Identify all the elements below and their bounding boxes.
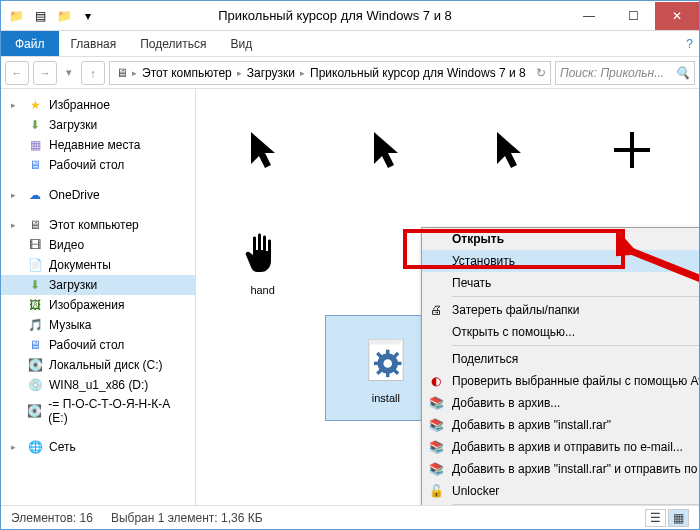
menu-item-label: Добавить в архив "install.rar" и отправи… [452,462,699,476]
menu-item-icon [428,395,444,411]
menu-item-icon [428,302,444,318]
breadcrumb[interactable]: ▸ Этот компьютер ▸ Загрузки ▸ Прикольный… [109,61,551,85]
context-menu-item[interactable]: Установить [422,250,699,272]
file-name: install [372,392,400,404]
context-menu-item[interactable]: Проверить выбранные файлы с помощью Avir… [422,370,699,392]
menu-item-label: Открыть с помощью... [452,325,575,339]
recent-dropdown-icon[interactable]: ▾ [61,61,77,85]
sidebar-item-video[interactable]: Видео [1,235,195,255]
context-menu-item[interactable]: Открыть [422,228,699,250]
pictures-icon [27,297,43,313]
breadcrumb-part[interactable]: Прикольный курсор для Windows 7 и 8 [307,66,529,80]
file-name: hand [250,284,274,296]
file-item[interactable] [572,99,693,205]
view-details-icon[interactable]: ☰ [645,509,666,527]
context-menu-item[interactable]: Добавить в архив "install.rar" [422,414,699,436]
share-tab[interactable]: Поделиться [128,31,218,56]
titlebar: ▤ ▾ Прикольный курсор для Windows 7 и 8 … [1,1,699,31]
dvd-icon [27,377,43,393]
context-menu-item[interactable]: Печать [422,272,699,294]
sidebar-item-label: Недавние места [49,138,140,152]
sidebar: ▸Избранное Загрузки Недавние места Рабоч… [1,89,196,505]
folder-icon[interactable] [5,5,27,27]
context-menu-item[interactable]: Добавить в архив "install.rar" и отправи… [422,458,699,480]
sidebar-item-desktop[interactable]: Рабочий стол [1,155,195,175]
pc-icon [114,65,130,81]
svg-rect-3 [386,350,389,355]
download-icon [27,117,43,133]
body: ▸Избранное Загрузки Недавние места Рабоч… [1,89,699,505]
menu-item-label: Добавить в архив... [452,396,560,410]
sidebar-onedrive[interactable]: ▸OneDrive [1,185,195,205]
file-item[interactable] [449,99,570,205]
back-button[interactable]: ← [5,61,29,85]
sidebar-network[interactable]: ▸Сеть [1,437,195,457]
file-item[interactable] [325,99,446,205]
sidebar-item-disk-c[interactable]: Локальный диск (C:) [1,355,195,375]
file-thumb-icon [481,122,537,178]
pc-icon [27,217,43,233]
menu-item-label: Установить [452,254,515,268]
maximize-button[interactable]: ☐ [611,2,655,30]
sidebar-item-disk-e[interactable]: -= П-О-С-Т-О-Я-Н-К-А (E:) [1,395,195,427]
sidebar-item-desktop[interactable]: Рабочий стол [1,335,195,355]
star-icon [27,97,43,113]
menu-item-icon [428,461,444,477]
search-input[interactable]: Поиск: Прикольн... 🔍 [555,61,695,85]
menubar: Файл Главная Поделиться Вид ? [1,31,699,57]
menu-item-label: Печать [452,276,491,290]
sidebar-item-documents[interactable]: Документы [1,255,195,275]
up-button[interactable]: ↑ [81,61,105,85]
context-menu-item[interactable]: Добавить в архив и отправить по e-mail..… [422,436,699,458]
menu-item-icon [428,483,444,499]
svg-rect-5 [374,362,379,365]
context-menu-item[interactable]: Добавить в архив... [422,392,699,414]
sidebar-item-music[interactable]: Музыка [1,315,195,335]
context-menu-item[interactable]: Открыть с помощью...▸ [422,321,699,343]
sidebar-item-recent[interactable]: Недавние места [1,135,195,155]
sidebar-item-label: WIN8_u1_x86 (D:) [49,378,148,392]
breadcrumb-part[interactable]: Загрузки [244,66,298,80]
sidebar-item-label: Избранное [49,98,110,112]
status-bar: Элементов: 16 Выбран 1 элемент: 1,36 КБ … [1,505,699,529]
help-icon[interactable]: ? [680,31,699,56]
sidebar-item-label: Этот компьютер [49,218,139,232]
desktop-icon [27,337,43,353]
menu-item-label: Открыть [452,232,504,246]
disk-icon [27,357,43,373]
close-button[interactable]: ✕ [655,2,699,30]
qa-dropdown-icon[interactable]: ▾ [77,5,99,27]
home-tab[interactable]: Главная [59,31,129,56]
sidebar-item-downloads[interactable]: Загрузки [1,275,195,295]
sidebar-item-label: Видео [49,238,84,252]
sidebar-item-label: Локальный диск (C:) [49,358,163,372]
view-icons-icon[interactable]: ▦ [668,509,689,527]
chevron-down-icon: ▸ [11,100,21,110]
sidebar-item-pictures[interactable]: Изображения [1,295,195,315]
breadcrumb-part[interactable]: Этот компьютер [139,66,235,80]
menu-item-label: Поделиться [452,352,518,366]
sidebar-thispc[interactable]: ▸Этот компьютер [1,215,195,235]
sidebar-favorites[interactable]: ▸Избранное [1,95,195,115]
context-menu-item[interactable]: Unlocker▸ [422,480,699,502]
props-icon[interactable]: ▤ [29,5,51,27]
sidebar-item-disk-d[interactable]: WIN8_u1_x86 (D:) [1,375,195,395]
search-icon: 🔍 [675,66,690,80]
svg-point-2 [383,359,392,368]
file-thumb-icon [604,122,660,178]
file-tab[interactable]: Файл [1,31,59,56]
view-tab[interactable]: Вид [218,31,264,56]
chevron-right-icon: ▸ [237,68,242,78]
context-menu-item[interactable]: Поделиться▸ [422,348,699,370]
sidebar-item-label: Документы [49,258,111,272]
sidebar-item-downloads[interactable]: Загрузки [1,115,195,135]
new-folder-icon[interactable] [53,5,75,27]
refresh-icon[interactable]: ↻ [536,66,546,80]
search-placeholder: Поиск: Прикольн... [560,66,664,80]
minimize-button[interactable]: — [567,2,611,30]
forward-button[interactable]: → [33,61,57,85]
chevron-right-icon: ▸ [11,190,21,200]
context-menu-item[interactable]: Затереть файлы/папки [422,299,699,321]
file-item[interactable]: hand [202,207,323,313]
file-item[interactable] [202,99,323,205]
